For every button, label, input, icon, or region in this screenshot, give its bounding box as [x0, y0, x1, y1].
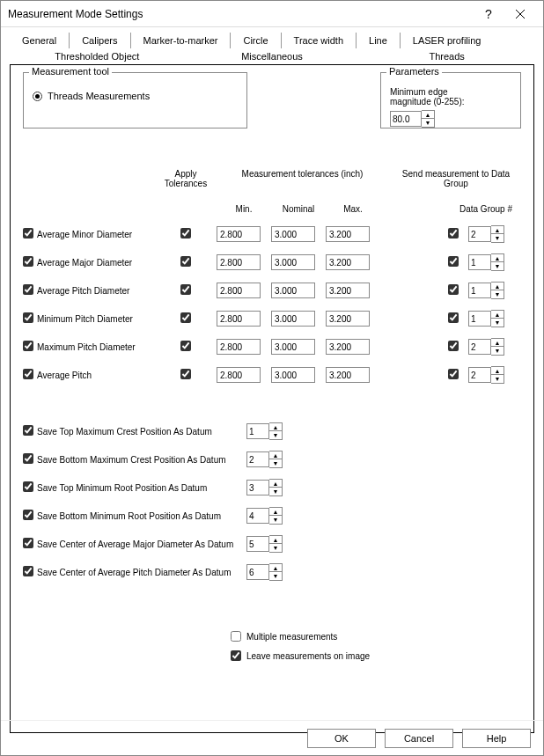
spinner[interactable]: ▲▼: [246, 535, 283, 553]
chevron-down-icon[interactable]: ▼: [269, 516, 282, 524]
chevron-down-icon[interactable]: ▼: [491, 347, 504, 355]
chevron-down-icon[interactable]: ▼: [269, 488, 282, 495]
spinner-input[interactable]: [246, 564, 269, 580]
spinner[interactable]: ▲▼: [468, 338, 521, 356]
spinner-input[interactable]: [246, 536, 269, 552]
min-input[interactable]: [217, 254, 261, 270]
chevron-up-icon[interactable]: ▲: [269, 508, 282, 516]
spinner[interactable]: ▲▼: [468, 282, 521, 299]
apply-checkbox[interactable]: [180, 284, 191, 295]
send-checkbox[interactable]: [448, 312, 459, 323]
tab-general[interactable]: General: [10, 33, 70, 48]
chevron-down-icon[interactable]: ▼: [269, 544, 282, 552]
tab-misc[interactable]: Miscellaneous: [185, 48, 360, 65]
spinner-buttons[interactable]: ▲▼: [269, 563, 283, 581]
chevron-up-icon[interactable]: ▲: [269, 423, 282, 431]
spinner-buttons[interactable]: ▲▼: [269, 422, 283, 440]
apply-checkbox[interactable]: [180, 341, 191, 351]
send-checkbox[interactable]: [448, 369, 459, 379]
spinner[interactable]: ▲▼: [468, 253, 521, 271]
chevron-up-icon[interactable]: ▲: [269, 480, 282, 488]
max-input[interactable]: [326, 367, 370, 383]
nominal-input[interactable]: [271, 283, 315, 298]
chevron-down-icon[interactable]: ▼: [491, 262, 504, 270]
tab-thresholded[interactable]: Thresholded Object: [10, 48, 185, 65]
enable-checkbox[interactable]: [23, 228, 33, 239]
spinner-input[interactable]: [468, 254, 491, 270]
chevron-down-icon[interactable]: ▼: [491, 290, 504, 298]
spinner[interactable]: ▲▼: [468, 225, 521, 243]
chevron-up-icon[interactable]: ▲: [491, 339, 504, 347]
send-checkbox[interactable]: [448, 284, 459, 295]
spinner-buttons[interactable]: ▲▼: [491, 225, 504, 243]
chevron-down-icon[interactable]: ▼: [491, 375, 504, 383]
apply-checkbox[interactable]: [180, 228, 191, 239]
apply-checkbox[interactable]: [180, 312, 191, 323]
nominal-input[interactable]: [271, 254, 315, 270]
spinner-buttons[interactable]: ▲▼: [491, 282, 504, 299]
datum-checkbox[interactable]: [23, 425, 33, 436]
chevron-up-icon[interactable]: ▲: [491, 367, 504, 375]
send-checkbox[interactable]: [448, 341, 459, 351]
spinner[interactable]: ▲▼: [246, 451, 283, 468]
min-input[interactable]: [217, 339, 261, 355]
enable-checkbox[interactable]: [23, 284, 33, 295]
chevron-down-icon[interactable]: ▼: [422, 119, 434, 127]
min-edge-spinner[interactable]: ▲▼: [390, 110, 435, 128]
nominal-input[interactable]: [271, 311, 315, 327]
spinner-buttons[interactable]: ▲▼: [422, 110, 435, 128]
send-checkbox[interactable]: [448, 256, 459, 267]
spinner-buttons[interactable]: ▲▼: [491, 253, 504, 271]
enable-checkbox[interactable]: [23, 256, 33, 267]
datum-checkbox[interactable]: [23, 510, 33, 520]
chevron-down-icon[interactable]: ▼: [269, 431, 282, 439]
spinner-buttons[interactable]: ▲▼: [491, 310, 504, 327]
spinner[interactable]: ▲▼: [468, 310, 521, 327]
min-input[interactable]: [217, 311, 261, 327]
help-button[interactable]: Help: [462, 729, 531, 748]
cancel-button[interactable]: Cancel: [385, 729, 453, 748]
min-edge-input[interactable]: [390, 111, 422, 127]
opt-multiple[interactable]: Multiple measurements: [231, 627, 370, 646]
spinner-input[interactable]: [468, 226, 491, 242]
chevron-up-icon[interactable]: ▲: [491, 311, 504, 319]
datum-checkbox[interactable]: [23, 481, 33, 492]
spinner-input[interactable]: [246, 451, 269, 467]
spinner-input[interactable]: [468, 339, 491, 355]
spinner-buttons[interactable]: ▲▼: [269, 535, 283, 553]
chevron-down-icon[interactable]: ▼: [269, 459, 282, 467]
chevron-up-icon[interactable]: ▲: [491, 254, 504, 262]
leave-checkbox[interactable]: [231, 650, 241, 661]
chevron-up-icon[interactable]: ▲: [491, 283, 504, 290]
spinner[interactable]: ▲▼: [246, 563, 283, 581]
chevron-up-icon[interactable]: ▲: [269, 451, 282, 459]
spinner-input[interactable]: [468, 367, 491, 383]
max-input[interactable]: [326, 311, 370, 327]
spinner[interactable]: ▲▼: [246, 479, 283, 496]
datum-checkbox[interactable]: [23, 566, 33, 576]
tab-calipers[interactable]: Calipers: [70, 33, 130, 48]
chevron-up-icon[interactable]: ▲: [269, 536, 282, 544]
send-checkbox[interactable]: [448, 228, 459, 239]
spinner-input[interactable]: [246, 508, 269, 524]
spinner[interactable]: ▲▼: [246, 422, 283, 440]
max-input[interactable]: [326, 226, 370, 242]
spinner-buttons[interactable]: ▲▼: [269, 507, 283, 525]
spinner-input[interactable]: [468, 311, 491, 327]
chevron-down-icon[interactable]: ▼: [491, 319, 504, 327]
spinner[interactable]: ▲▼: [468, 366, 521, 384]
min-input[interactable]: [217, 283, 261, 298]
nominal-input[interactable]: [271, 226, 315, 242]
spinner-buttons[interactable]: ▲▼: [491, 338, 504, 356]
help-icon[interactable]: ?: [473, 2, 504, 26]
max-input[interactable]: [326, 283, 370, 298]
chevron-down-icon[interactable]: ▼: [269, 572, 282, 580]
tab-laser[interactable]: LASER profiling: [401, 33, 494, 48]
min-input[interactable]: [217, 226, 261, 242]
close-icon[interactable]: [504, 2, 536, 26]
datum-checkbox[interactable]: [23, 453, 33, 464]
datum-checkbox[interactable]: [23, 538, 33, 548]
chevron-up-icon[interactable]: ▲: [422, 111, 434, 119]
spinner-input[interactable]: [468, 283, 491, 298]
spinner-input[interactable]: [246, 480, 269, 495]
